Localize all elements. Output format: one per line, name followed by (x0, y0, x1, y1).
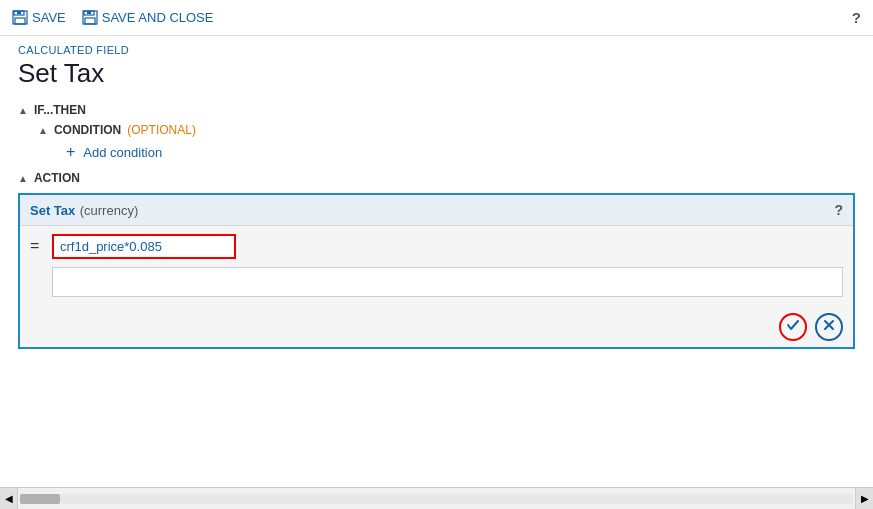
save-close-icon (82, 9, 98, 26)
condition-label: CONDITION (54, 123, 121, 137)
save-label: SAVE (32, 10, 66, 25)
scroll-right-icon: ▶ (861, 493, 869, 504)
confirm-icon (785, 317, 801, 337)
if-then-chevron-icon: ▲ (18, 105, 28, 116)
condition-section: ▲ CONDITION (OPTIONAL) + Add condition (38, 123, 855, 161)
help-button[interactable]: ? (852, 9, 861, 26)
action-field-name: Set Tax (30, 203, 75, 218)
page-title: Set Tax (18, 58, 855, 89)
optional-label: (OPTIONAL) (127, 123, 196, 137)
save-close-button[interactable]: SAVE AND CLOSE (82, 9, 214, 26)
action-box-title: Set Tax (currency) (30, 201, 138, 219)
confirm-button[interactable] (779, 313, 807, 341)
save-close-label: SAVE AND CLOSE (102, 10, 214, 25)
action-formula-row: = (20, 226, 853, 267)
scroll-right-button[interactable]: ▶ (855, 488, 873, 510)
equals-sign: = (30, 234, 44, 258)
svg-rect-7 (87, 11, 91, 14)
action-header[interactable]: ▲ ACTION (18, 171, 855, 185)
action-help-button[interactable]: ? (834, 202, 843, 218)
bottom-scrollbar: ◀ ▶ (0, 487, 873, 509)
svg-rect-6 (85, 18, 95, 24)
plus-icon: + (66, 143, 75, 161)
scroll-left-icon: ◀ (5, 493, 13, 504)
action-label: ACTION (34, 171, 80, 185)
action-textarea[interactable] (52, 267, 843, 297)
cancel-button[interactable] (815, 313, 843, 341)
add-condition-row[interactable]: + Add condition (66, 143, 855, 161)
svg-rect-2 (15, 18, 25, 24)
toolbar: SAVE SAVE AND CLOSE ? (0, 0, 873, 36)
if-then-label: IF...THEN (34, 103, 86, 117)
formula-input[interactable] (52, 234, 236, 259)
action-chevron-icon: ▲ (18, 173, 28, 184)
action-box-header: Set Tax (currency) ? (20, 195, 853, 226)
save-button[interactable]: SAVE (12, 9, 66, 26)
action-buttons-row (20, 307, 853, 347)
save-icon (12, 9, 28, 26)
if-then-header[interactable]: ▲ IF...THEN (18, 103, 855, 117)
svg-rect-3 (17, 11, 21, 14)
condition-header[interactable]: ▲ CONDITION (OPTIONAL) (38, 123, 855, 137)
action-section: ▲ ACTION Set Tax (currency) ? = (18, 171, 855, 349)
condition-chevron-icon: ▲ (38, 125, 48, 136)
main-content: CALCULATED FIELD Set Tax ▲ IF...THEN ▲ C… (0, 36, 873, 487)
action-field-type: (currency) (80, 203, 139, 218)
cancel-icon (821, 317, 837, 337)
scrollbar-track (20, 494, 853, 504)
calculated-field-label: CALCULATED FIELD (18, 44, 855, 56)
if-then-section: ▲ IF...THEN ▲ CONDITION (OPTIONAL) + Add… (18, 103, 855, 349)
add-condition-label: Add condition (83, 145, 162, 160)
scrollbar-thumb[interactable] (20, 494, 60, 504)
action-box: Set Tax (currency) ? = (18, 193, 855, 349)
scroll-left-button[interactable]: ◀ (0, 488, 18, 510)
